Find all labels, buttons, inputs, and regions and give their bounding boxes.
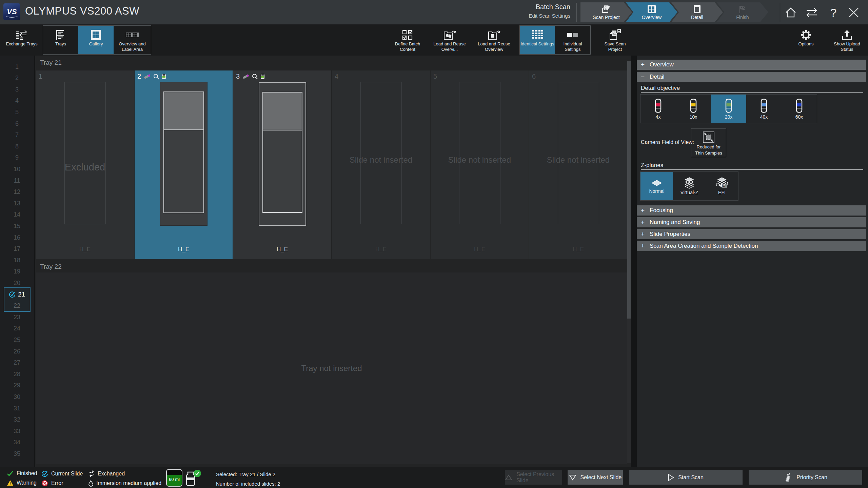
workflow-step-detail[interactable]: Detail: [671, 2, 723, 22]
tray-row-13[interactable]: 13: [0, 198, 34, 208]
home-icon[interactable]: [783, 5, 798, 20]
tray-row-16[interactable]: 16: [0, 232, 34, 243]
trays-view-button[interactable]: Trays: [43, 26, 78, 54]
slide-outline-placeholder: [360, 82, 402, 224]
button-label: Priority Scan: [796, 474, 827, 481]
tray-row-number: 17: [14, 245, 20, 252]
individual-settings-button[interactable]: Individual Settings: [555, 26, 590, 54]
overview-label-area-button[interactable]: Overview and Label Area: [114, 26, 151, 54]
tray-row-17[interactable]: 17: [0, 244, 34, 254]
workflow-step-label: Overview: [642, 15, 662, 20]
tray-row-6[interactable]: 6: [0, 119, 34, 129]
save-scan-project-button[interactable]: Save Scan Project: [597, 26, 633, 54]
tray-row-5[interactable]: 5: [0, 107, 34, 117]
slide-cell-6[interactable]: 6Slide not insertedH_E: [529, 70, 627, 259]
tray-row-10[interactable]: 10: [0, 164, 34, 174]
start-scan-button[interactable]: Start Scan: [629, 470, 743, 485]
magnifier-icon[interactable]: [153, 74, 159, 80]
toolbar-label: Exchange Trays: [6, 41, 37, 47]
view-mode-group: Trays Gallery Overview and Lab: [43, 25, 151, 55]
magnifier-icon[interactable]: [252, 74, 258, 80]
scan-area-section-header[interactable]: + Scan Area Creation and Sample Detectio…: [637, 241, 866, 251]
legend-immersion: Immersion medium applied: [88, 480, 161, 487]
tray-row-1[interactable]: 1: [0, 62, 34, 72]
tray-row-24[interactable]: 24: [0, 324, 34, 334]
identical-settings-button[interactable]: Identical Settings: [520, 26, 555, 54]
slide-cell-4[interactable]: 4Slide not insertedH_E: [332, 70, 430, 259]
volume-text: 60 ml: [167, 477, 182, 482]
z-mode-efi-button[interactable]: EFI EFI: [706, 172, 738, 200]
tray-row-7[interactable]: 7: [0, 130, 34, 140]
tray-row-31[interactable]: 31: [0, 403, 34, 413]
tray-row-4[interactable]: 4: [0, 96, 34, 106]
tray-row-9[interactable]: 9: [0, 153, 34, 163]
slide-cell-header: 6: [532, 73, 536, 80]
workflow-step-overview[interactable]: Overview: [626, 2, 677, 22]
app-title: OLYMPUS VS200 ASW: [25, 5, 139, 17]
tray-row-30[interactable]: 30: [0, 392, 34, 402]
slide-graphic[interactable]: [259, 82, 306, 226]
gallery-scrollbar[interactable]: [627, 61, 631, 463]
options-button[interactable]: Options: [791, 26, 821, 54]
tray-row-15[interactable]: 15: [0, 221, 34, 231]
tray-row-25[interactable]: 25: [0, 335, 34, 345]
z-mode-virtual-z-button[interactable]: Virtual-Z: [673, 172, 706, 200]
tray-row-27[interactable]: 27: [0, 358, 34, 368]
objective-60x-button[interactable]: 60x: [782, 95, 817, 123]
slide-graphic[interactable]: [160, 82, 208, 226]
slide-cell-3[interactable]: 3H_E: [233, 70, 331, 259]
define-batch-content-button[interactable]: Define Batch Content: [390, 26, 425, 54]
gallery-scrollbar-thumb[interactable]: [627, 61, 631, 319]
tray-row-18[interactable]: 18: [0, 255, 34, 265]
load-reuse-overview-button[interactable]: Load and Reuse Overview: [474, 26, 514, 54]
tray-row-33[interactable]: 33: [0, 426, 34, 436]
tray-row-28[interactable]: 28: [0, 369, 34, 379]
objective-4x-button[interactable]: 4x: [640, 95, 676, 123]
help-icon[interactable]: ?: [826, 5, 841, 20]
slide-cell-1[interactable]: 1ExcludedH_E: [36, 70, 134, 259]
tray-row-12[interactable]: 12: [0, 187, 34, 197]
tray-row-14[interactable]: 14: [0, 210, 34, 220]
tray-row-34[interactable]: 34: [0, 438, 34, 448]
z-mode-label: Normal: [649, 188, 664, 194]
tray-row-35[interactable]: 35: [0, 449, 34, 459]
tray-row-20[interactable]: 20: [0, 278, 34, 288]
tray-row-2[interactable]: 2: [0, 73, 34, 83]
slide-cell-5[interactable]: 5Slide not insertedH_E: [431, 70, 529, 259]
overview-section-header[interactable]: + Overview: [637, 60, 866, 70]
tray-row-21[interactable]: 21: [0, 289, 34, 300]
settings-panel: + Overview − Detail Detail objective 4x1…: [637, 56, 868, 467]
tray-row-8[interactable]: 8: [0, 141, 34, 151]
tray-row-11[interactable]: 11: [0, 176, 34, 186]
slide-number: 3: [236, 73, 240, 80]
tray-row-3[interactable]: 3: [0, 84, 34, 95]
close-icon[interactable]: [846, 5, 861, 20]
z-mode-normal-button[interactable]: Normal: [640, 172, 673, 200]
select-next-slide-button[interactable]: Select Next Slide: [568, 470, 623, 485]
tray-row-26[interactable]: 26: [0, 346, 34, 357]
priority-scan-button[interactable]: Priority Scan: [749, 470, 862, 485]
slide-properties-section-header[interactable]: + Slide Properties: [637, 229, 866, 239]
objective-10x-button[interactable]: 10x: [676, 95, 711, 123]
objective-40x-button[interactable]: 40x: [746, 95, 782, 123]
slide-cell-2[interactable]: 2H_E: [135, 70, 233, 259]
camera-fov-button[interactable]: Reduced for Thin Samples: [691, 128, 726, 157]
tray-row-22[interactable]: 22: [0, 301, 34, 311]
show-upload-status-button[interactable]: Show Upload Status: [829, 26, 865, 54]
tray-row-number: 25: [14, 337, 20, 344]
load-reuse-overviews-button[interactable]: Load and Reuse Overvi...: [431, 26, 469, 54]
gallery-view-button[interactable]: Gallery: [78, 26, 114, 54]
mode-subtitle: Edit Scan Settings: [529, 13, 570, 19]
workflow-step-scan-project[interactable]: Scan Project: [580, 2, 632, 22]
focusing-section-header[interactable]: + Focusing: [637, 205, 866, 216]
detail-section-header[interactable]: − Detail: [637, 72, 866, 82]
tray-row-29[interactable]: 29: [0, 381, 34, 391]
switch-application-icon[interactable]: [804, 5, 819, 20]
tray-row-19[interactable]: 19: [0, 267, 34, 277]
naming-saving-section-header[interactable]: + Naming and Saving: [637, 217, 866, 227]
tray-row-23[interactable]: 23: [0, 312, 34, 322]
exchange-trays-button[interactable]: Exchange Trays: [3, 26, 41, 54]
immersion-volume-indicator: 60 ml: [166, 469, 182, 487]
objective-20x-button[interactable]: 20x: [711, 95, 746, 123]
tray-row-32[interactable]: 32: [0, 415, 34, 425]
